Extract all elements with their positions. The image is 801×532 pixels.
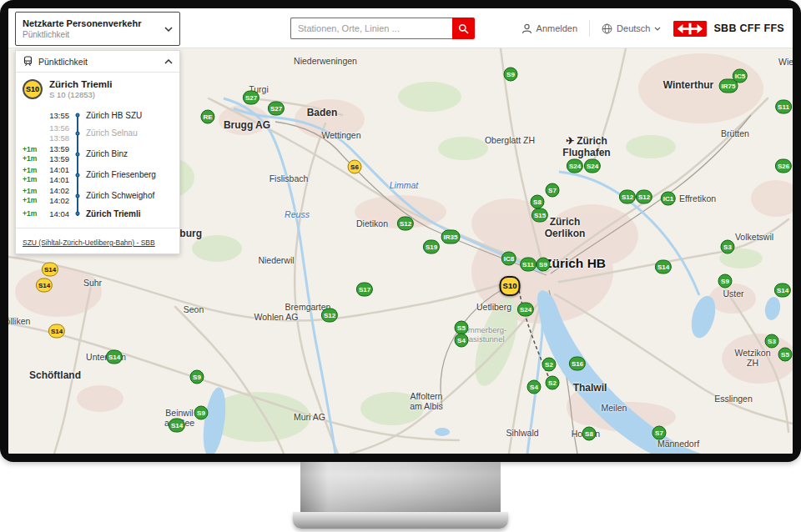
train-badge[interactable]: S3 xyxy=(721,240,735,254)
train-badge[interactable]: S7 xyxy=(546,183,560,198)
chevron-up-icon[interactable] xyxy=(164,59,173,64)
stop-time: 14:04 xyxy=(49,209,69,218)
stop-row[interactable]: 13:5613:58Zürich Selnau xyxy=(23,123,174,143)
map-label-text: Wettingen xyxy=(321,130,360,140)
train-badge[interactable]: S2 xyxy=(546,376,560,390)
train-badge[interactable]: S9 xyxy=(718,274,733,289)
train-badge[interactable]: S14 xyxy=(655,260,672,274)
stop-row[interactable]: 13:55Zürich HB SZU xyxy=(23,108,174,123)
delay-label: +1m xyxy=(23,145,43,153)
map-label: Niederweningen xyxy=(294,56,357,66)
train-badge[interactable]: S12 xyxy=(397,217,414,231)
train-badge[interactable]: S14 xyxy=(106,350,123,364)
train-badge[interactable]: S4 xyxy=(455,334,469,348)
train-badge[interactable]: S9 xyxy=(537,258,551,272)
monitor-stand xyxy=(300,462,501,512)
map-label: Esslingen xyxy=(714,394,753,404)
login-button[interactable]: Anmelden xyxy=(521,23,578,34)
delay-column: +1m xyxy=(23,209,43,218)
train-badge[interactable]: S14 xyxy=(48,324,65,339)
operator-link[interactable]: SZU (Sihltal-Zürich-Uetliberg-Bahn) - SB… xyxy=(23,238,155,247)
train-badge[interactable]: S6 xyxy=(348,160,362,174)
map-label-text: Volketswil xyxy=(735,232,773,242)
train-badge[interactable]: S24 xyxy=(517,303,534,317)
map-label: Limmat xyxy=(390,180,418,190)
chevron-down-icon xyxy=(164,27,173,32)
map-label: Zürich Oerlikon xyxy=(545,217,586,240)
train-badge[interactable]: S8 xyxy=(531,195,545,209)
train-badge[interactable]: S4 xyxy=(527,380,542,394)
map-label: Wetzikon ZH xyxy=(733,348,773,368)
train-badge[interactable]: S11 xyxy=(775,100,792,114)
stop-row[interactable]: +1m14:04Zürich Triemli xyxy=(23,206,174,221)
train-badge[interactable]: S9 xyxy=(190,370,204,384)
train-badge[interactable]: S2 xyxy=(542,358,557,372)
train-badge[interactable]: S27 xyxy=(243,91,259,105)
language-selector[interactable]: Deutsch xyxy=(602,23,661,34)
train-badge[interactable]: S24 xyxy=(584,159,601,173)
stop-row[interactable]: +1m+1m14:0214:02Zürich Schweighof xyxy=(23,185,174,206)
train-badge[interactable]: S8 xyxy=(582,427,597,441)
train-badge[interactable]: IR35 xyxy=(441,230,461,244)
timeline-cell xyxy=(71,144,84,163)
map-label-text: Niederwil xyxy=(258,255,294,265)
train-badge[interactable]: S11 xyxy=(520,258,537,272)
map-label-text: Affoltern am Albis xyxy=(410,391,443,411)
train-badge[interactable]: RE xyxy=(200,110,214,124)
train-badge[interactable]: S12 xyxy=(636,190,652,204)
train-badge[interactable]: IC8 xyxy=(501,252,516,266)
train-badge[interactable]: S26 xyxy=(775,159,792,173)
stop-time: 13:59 xyxy=(49,154,69,163)
map-label: Niederwil xyxy=(258,255,294,265)
train-badge[interactable]: S7 xyxy=(652,426,667,440)
logo-text: SBB CFF FFS xyxy=(713,23,784,34)
search-button[interactable] xyxy=(452,18,475,39)
train-badge[interactable]: S5 xyxy=(778,348,793,362)
timeline-dot xyxy=(76,173,80,177)
train-badge[interactable]: S14 xyxy=(774,284,791,298)
stop-time: 13:55 xyxy=(49,111,69,120)
map-layer-selector[interactable]: Netzkarte Personenverkehr Pünktlichkeit xyxy=(15,12,180,46)
train-badge[interactable]: S16 xyxy=(569,357,586,371)
delay-label: +1m xyxy=(23,209,43,218)
map-label-text: Brugg AG xyxy=(224,119,270,131)
train-badge[interactable]: IC1 xyxy=(661,192,676,206)
delay-column: +1m+1m xyxy=(23,166,43,183)
map-label-text: Wiesendangen xyxy=(778,57,793,67)
search-input[interactable] xyxy=(290,18,452,39)
timeline-dot xyxy=(76,212,80,216)
map-label: Oberglatt ZH xyxy=(485,135,535,145)
train-badge[interactable]: S17 xyxy=(356,283,373,297)
train-badge[interactable]: S9 xyxy=(504,68,518,82)
map-label-text: Meilen xyxy=(602,403,627,413)
map-label: ✈Zürich Flughafen xyxy=(562,136,610,159)
chevron-down-icon xyxy=(654,27,661,31)
train-badge[interactable]: S15 xyxy=(531,208,548,223)
train-badge[interactable]: S12 xyxy=(321,309,338,323)
train-badge[interactable]: S14 xyxy=(169,419,185,433)
train-badge[interactable]: S14 xyxy=(36,279,53,293)
train-badge[interactable]: S3 xyxy=(765,334,779,349)
selected-train-badge[interactable]: S10 xyxy=(500,276,521,296)
map-label: Wohlen AG xyxy=(254,312,299,322)
train-badge[interactable]: S19 xyxy=(423,240,440,254)
delay-label: +1m xyxy=(23,154,43,163)
map-label-text: Thalwil xyxy=(573,382,607,394)
panel-header[interactable]: Pünktlichkeit xyxy=(16,51,179,73)
train-badge[interactable]: S9 xyxy=(194,406,209,420)
train-badge[interactable]: IR75 xyxy=(719,79,738,93)
train-badge[interactable]: S12 xyxy=(619,190,636,204)
train-badge[interactable]: S24 xyxy=(567,159,583,173)
train-badge[interactable]: S14 xyxy=(42,263,58,277)
stop-list: 13:55Zürich HB SZU13:5613:58Zürich Selna… xyxy=(16,103,179,228)
map-label: Suhr xyxy=(83,278,102,288)
stop-row[interactable]: +1m+1m14:0114:01Zürich Friesenberg xyxy=(23,164,174,185)
map-label: Fislisbach xyxy=(270,173,309,183)
stop-row[interactable]: +1m+1m13:5913:59Zürich Binz xyxy=(23,143,174,164)
sbb-logo[interactable]: SBB CFF FFS xyxy=(673,21,784,37)
panel-title: Pünktlichkeit xyxy=(38,57,159,67)
train-badge[interactable]: S27 xyxy=(268,102,285,116)
map-label-text: Wetzikon ZH xyxy=(735,348,771,368)
stop-time: 13:58 xyxy=(49,133,69,143)
stop-time: 14:01 xyxy=(49,165,69,174)
